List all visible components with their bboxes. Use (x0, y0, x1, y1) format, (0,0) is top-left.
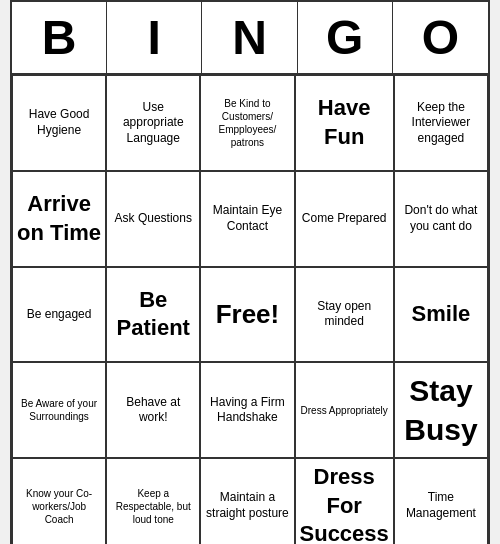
bingo-cell-15: Be Aware of your Surroundings (12, 362, 106, 458)
bingo-cell-20: Know your Co-workers/Job Coach (12, 458, 106, 544)
bingo-cell-21: Keep a Respectable, but loud tone (106, 458, 200, 544)
bingo-cell-3: Have Fun (295, 75, 394, 171)
bingo-cell-19: Stay Busy (394, 362, 488, 458)
bingo-cell-11: Be Patient (106, 267, 200, 363)
bingo-grid: Have Good HygieneUse appropriate Languag… (12, 75, 488, 544)
bingo-cell-9: Don't do what you cant do (394, 171, 488, 267)
bingo-card: BINGO Have Good HygieneUse appropriate L… (10, 0, 490, 544)
bingo-letter-O: O (393, 2, 488, 73)
bingo-letter-B: B (12, 2, 107, 73)
bingo-cell-22: Maintain a straight posture (200, 458, 294, 544)
bingo-cell-2: Be Kind to Customers/ Empployees/ patron… (200, 75, 294, 171)
bingo-cell-24: Time Management (394, 458, 488, 544)
bingo-cell-23: Dress For Success (295, 458, 394, 544)
bingo-letter-I: I (107, 2, 202, 73)
bingo-cell-7: Maintain Eye Contact (200, 171, 294, 267)
bingo-cell-0: Have Good Hygiene (12, 75, 106, 171)
bingo-cell-1: Use appropriate Language (106, 75, 200, 171)
bingo-cell-5: Arrive on Time (12, 171, 106, 267)
bingo-cell-13: Stay open minded (295, 267, 394, 363)
bingo-cell-14: Smile (394, 267, 488, 363)
bingo-cell-18: Dress Appropriately (295, 362, 394, 458)
bingo-letter-N: N (202, 2, 297, 73)
bingo-cell-4: Keep the Interviewer engaged (394, 75, 488, 171)
bingo-cell-12: Free! (200, 267, 294, 363)
bingo-cell-8: Come Prepared (295, 171, 394, 267)
bingo-cell-10: Be engaged (12, 267, 106, 363)
bingo-letter-G: G (298, 2, 393, 73)
bingo-cell-17: Having a Firm Handshake (200, 362, 294, 458)
bingo-header: BINGO (12, 2, 488, 75)
bingo-cell-6: Ask Questions (106, 171, 200, 267)
bingo-cell-16: Behave at work! (106, 362, 200, 458)
